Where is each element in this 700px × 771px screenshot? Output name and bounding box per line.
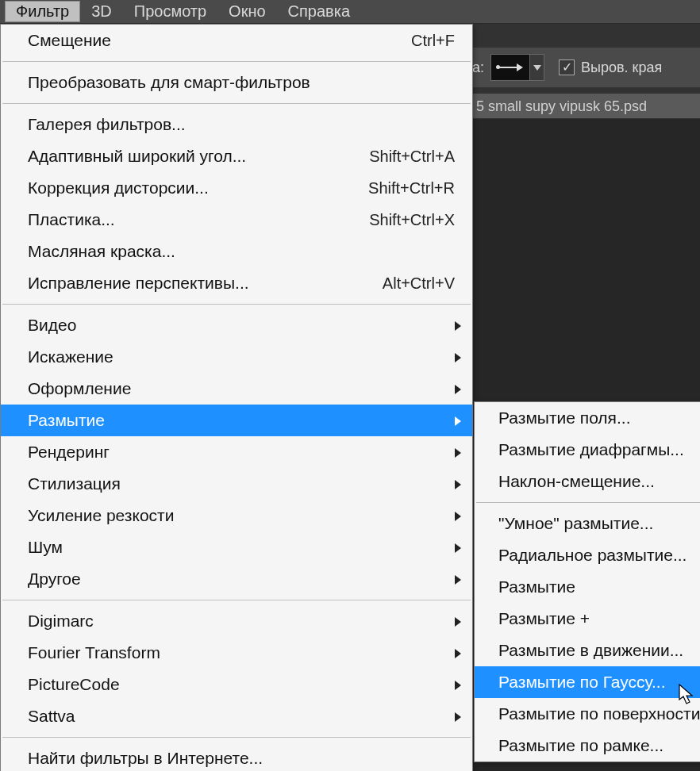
menu-filter[interactable]: Фильтр (5, 1, 80, 22)
menu-item[interactable]: PictureCode (1, 669, 472, 700)
submenu-arrow-icon (455, 411, 461, 430)
menu-item-label: Другое (28, 570, 456, 589)
menu-item-shortcut: Shift+Ctrl+A (369, 148, 456, 166)
submenu-arrow-icon (455, 643, 461, 662)
submenu-item[interactable]: Размытие в движении... (475, 635, 700, 666)
menu-item-shortcut: Shift+Ctrl+X (369, 211, 456, 229)
menu-item-label: Коррекция дисторсии... (28, 178, 368, 198)
menu-item[interactable]: Стилизация (1, 468, 472, 500)
document-tab[interactable]: 5 small supy vipusk 65.psd (470, 94, 700, 119)
menu-item[interactable]: Оформление (1, 373, 472, 405)
menu-separator (476, 502, 700, 503)
menu-item[interactable]: Sattva (1, 700, 472, 732)
menu-item-label: Sattva (28, 707, 456, 726)
menu-item-label: Усиление резкости (28, 506, 456, 525)
blur-submenu: Размытие поля...Размытие диафрагмы...Нак… (474, 401, 700, 762)
submenu-item-label: Размытие диафрагмы... (498, 440, 684, 459)
submenu-item[interactable]: "Умное" размытие... (475, 508, 700, 539)
submenu-item-label: Размытие в движении... (498, 641, 683, 660)
submenu-item[interactable]: Наклон-смещение... (475, 466, 700, 497)
submenu-arrow-icon (455, 379, 461, 398)
submenu-item-label: Размытие по поверхности... (498, 704, 700, 723)
submenu-item-label: Наклон-смещение... (498, 472, 655, 491)
submenu-arrow-icon (455, 347, 461, 366)
submenu-item-label: Радиальное размытие... (498, 546, 687, 565)
submenu-arrow-icon (455, 612, 461, 631)
submenu-arrow-icon (455, 506, 461, 525)
submenu-item-label: Размытие поля... (498, 409, 631, 428)
submenu-arrow-icon (455, 443, 461, 462)
menu-item-label: PictureCode (28, 675, 456, 694)
arrow-icon (499, 67, 521, 68)
menu-item-label: Рендеринг (28, 443, 456, 462)
menu-item-shortcut: Ctrl+F (411, 32, 456, 50)
submenu-item[interactable]: Размытие диафрагмы... (475, 434, 700, 466)
menu-item[interactable]: Пластика...Shift+Ctrl+X (1, 204, 472, 236)
menu-item[interactable]: Масляная краска... (1, 236, 472, 267)
filter-dropdown-menu: СмещениеCtrl+FПреобразовать для смарт-фи… (0, 24, 473, 771)
menu-window[interactable]: Окно (217, 1, 276, 22)
menu-item-label: Fourier Transform (28, 643, 456, 662)
options-bar: ра: ✓ Выров. края (462, 48, 700, 87)
submenu-item-label: "Умное" размытие... (498, 514, 653, 533)
submenu-arrow-icon (455, 474, 461, 493)
menu-item[interactable]: Рендеринг (1, 436, 472, 468)
submenu-arrow-icon (455, 570, 461, 589)
menu-separator (2, 304, 471, 305)
menu-item[interactable]: Размытие (1, 405, 472, 436)
menu-separator (2, 737, 471, 738)
menu-item-label: Галерея фильтров... (28, 115, 456, 134)
menu-separator (2, 103, 471, 104)
menu-item-shortcut: Shift+Ctrl+R (368, 179, 456, 198)
submenu-arrow-icon (455, 538, 461, 557)
menu-item-label: Искажение (28, 347, 456, 366)
menu-item-label: Стилизация (28, 474, 456, 493)
menu-item[interactable]: Коррекция дисторсии...Shift+Ctrl+R (1, 172, 472, 204)
menu-item[interactable]: Галерея фильтров... (1, 109, 472, 140)
menu-item-label: Digimarc (28, 612, 456, 631)
menubar: Фильтр 3D Просмотр Окно Справка (0, 0, 700, 24)
menu-item[interactable]: СмещениеCtrl+F (1, 25, 472, 56)
submenu-item-label: Размытие + (498, 609, 590, 628)
menu-item-label: Оформление (28, 379, 456, 398)
submenu-item[interactable]: Размытие + (475, 603, 700, 635)
menu-item-label: Пластика... (28, 210, 369, 229)
menu-item[interactable]: Найти фильтры в Интернете... (1, 742, 472, 771)
submenu-item[interactable]: Размытие по поверхности... (475, 698, 700, 730)
align-edges-checkbox[interactable]: ✓ (559, 59, 575, 75)
menu-item-label: Найти фильтры в Интернете... (28, 749, 456, 768)
menu-item[interactable]: Другое (1, 563, 472, 595)
menu-item[interactable]: Усиление резкости (1, 500, 472, 531)
submenu-item-label: Размытие (498, 577, 575, 596)
menu-3d[interactable]: 3D (80, 1, 123, 22)
menu-item[interactable]: Видео (1, 309, 472, 341)
submenu-item[interactable]: Размытие поля... (475, 402, 700, 434)
checkmark-icon: ✓ (562, 61, 572, 74)
submenu-item[interactable]: Размытие по Гауссу... (475, 666, 700, 698)
submenu-item[interactable]: Размытие по рамке... (475, 730, 700, 761)
menu-item[interactable]: Исправление перспективы...Alt+Ctrl+V (1, 267, 472, 299)
menu-item-label: Видео (28, 316, 456, 335)
menu-item[interactable]: Шум (1, 531, 472, 563)
menu-item[interactable]: Искажение (1, 341, 472, 373)
submenu-item-label: Размытие по рамке... (498, 736, 663, 755)
menu-separator (2, 61, 471, 62)
menu-help[interactable]: Справка (277, 1, 361, 22)
menu-item[interactable]: Преобразовать для смарт-фильтров (1, 67, 472, 98)
menu-separator (2, 600, 471, 600)
menu-item-label: Преобразовать для смарт-фильтров (28, 73, 456, 92)
arrow-preset-thumbnail[interactable] (490, 54, 530, 81)
menu-item[interactable]: Fourier Transform (1, 637, 472, 669)
arrow-preset-dropdown[interactable] (530, 54, 544, 81)
submenu-item-label: Размытие по Гауссу... (498, 673, 665, 692)
menu-item-label: Исправление перспективы... (28, 274, 383, 293)
align-edges-label: Выров. края (581, 59, 662, 76)
submenu-item[interactable]: Размытие (475, 571, 700, 603)
chevron-down-icon (533, 65, 541, 71)
menu-item-label: Шум (28, 538, 456, 557)
submenu-item[interactable]: Радиальное размытие... (475, 539, 700, 571)
menu-item[interactable]: Digimarc (1, 605, 472, 637)
menu-view[interactable]: Просмотр (123, 1, 217, 22)
menu-item[interactable]: Адаптивный широкий угол...Shift+Ctrl+A (1, 140, 472, 172)
menu-item-label: Масляная краска... (28, 242, 456, 261)
